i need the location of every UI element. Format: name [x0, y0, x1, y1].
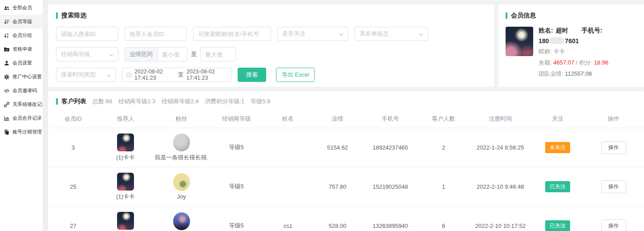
dealer-level-select[interactable]: 经销商等级	[56, 47, 118, 61]
table-row: 27 (1)卡卡 Lazy Cat 等级5 cs1 528.00 1326389…	[48, 206, 644, 231]
referrer-avatar	[117, 212, 134, 230]
sidebar-item-label: 会员合并记录	[12, 115, 42, 122]
referrer-name: (1)卡卡	[116, 193, 135, 201]
row-action-button[interactable]: 操作	[601, 180, 626, 193]
cell-customer-count: 2	[418, 128, 469, 167]
date-start: 2022-08-02 17:41:23	[134, 69, 175, 81]
referrer-avatar	[117, 173, 134, 190]
sidebar-item-merge-log[interactable]: 会员合并记录	[0, 111, 43, 125]
cell-customer-count: 1	[418, 167, 469, 206]
time-type-select[interactable]: 搜索时间类型	[56, 68, 116, 82]
cell-register-time: 2022-1-24 8:56:25	[469, 128, 532, 167]
search-button[interactable]: 搜索	[238, 68, 266, 82]
col-referrer: 推荐人	[98, 110, 153, 128]
col-register-time: 注册时间	[469, 110, 532, 128]
date-range-picker[interactable]: 2022-08-02 17:41:23 至 2023-08-02 17:41:2…	[122, 68, 231, 82]
title-accent-bar	[56, 12, 58, 19]
sidebar-item-label: 账号注销管理	[12, 129, 42, 135]
cell-performance: 757.80	[313, 167, 362, 206]
range-to-label: 至	[191, 50, 197, 58]
customer-list-summary: 总数:66 经销商等级1:3 经销商等级2:4 消费积分等级:1 等级5:9	[93, 97, 270, 105]
chevron-down-icon	[419, 31, 423, 37]
row-action-button[interactable]: 操作	[601, 219, 626, 231]
col-action: 操作	[583, 110, 644, 128]
follow-select[interactable]: 是否关注	[277, 27, 348, 41]
table-row: 3 (1)卡卡 我是一条很长很长很... 等级5 5154.62 1892423…	[48, 128, 644, 167]
row-action-button[interactable]: 操作	[601, 141, 626, 154]
export-excel-button[interactable]: 导出 Excel	[276, 68, 315, 82]
table-header-row: 会员ID 推荐人 粉丝 经销商等级 姓名 业绩 手机号 客户人数 注册时间 关注…	[48, 110, 644, 128]
referrer-avatar	[117, 134, 134, 151]
sidebar-item-promotion-settings[interactable]: 推广中心设置	[0, 70, 43, 84]
summary-points-level: 消费积分等级:1	[205, 97, 244, 105]
sidebar-item-all-members[interactable]: 全部会员	[0, 1, 43, 15]
cell-dealer-level: 等级5	[210, 128, 263, 167]
col-name: 姓名	[263, 110, 313, 128]
col-member-id: 会员ID	[48, 110, 98, 128]
sidebar-item-label: 会员邀请码	[12, 87, 37, 94]
sidebar-item-member-groups[interactable]: AZ 会员分组	[0, 28, 43, 42]
sidebar-item-label: 会员等级	[12, 18, 32, 25]
member-points: 18.96	[594, 59, 608, 66]
col-customer-count: 客户人数	[418, 110, 469, 128]
sidebar: 全部会员 会员等级 AZ 会员分组 资格申请 会员设置 推广中心设置 会员邀请码	[0, 0, 43, 231]
code-icon	[4, 88, 10, 94]
cell-performance: 528.00	[313, 206, 362, 231]
cell-register-time: 2022-2-10 9:46:48	[469, 167, 532, 206]
member-phone: 1807601	[539, 37, 579, 45]
member-avatar	[506, 27, 533, 56]
follow-status-badge: 已关注	[545, 181, 570, 192]
gear-icon	[4, 74, 10, 80]
name-label: 姓名:	[539, 27, 553, 35]
team-label: 团队业绩:	[539, 70, 563, 77]
chevron-down-icon	[106, 72, 111, 78]
filter-title: 搜索筛选	[56, 12, 486, 20]
performance-range-group: 业绩区间	[125, 47, 187, 61]
team-performance: 112557.08	[565, 70, 592, 77]
range-max-input[interactable]	[200, 47, 236, 61]
title-accent-bar	[506, 12, 507, 19]
date-separator: 至	[178, 71, 184, 79]
sidebar-item-qualification[interactable]: 资格申请	[0, 42, 43, 56]
sidebar-item-invite-code[interactable]: 会员邀请码	[0, 84, 43, 97]
svg-text:Z: Z	[7, 36, 8, 38]
fan-avatar	[173, 134, 190, 151]
title-accent-bar	[56, 98, 58, 105]
member-info-title: 会员信息	[506, 12, 638, 20]
summary-dealer2: 经销商等级2:4	[162, 97, 198, 105]
cell-customer-count: 6	[418, 206, 469, 231]
cell-phone: 15219025048	[362, 167, 419, 206]
follow-status-badge: 已关注	[545, 220, 570, 231]
search-id-input[interactable]	[56, 27, 118, 41]
sidebar-item-member-level[interactable]: 会员等级	[0, 15, 43, 28]
sidebar-item-member-settings[interactable]: 会员设置	[0, 56, 43, 70]
cell-name	[263, 167, 313, 206]
summary-level5: 等级5:9	[251, 97, 270, 105]
sidebar-item-label: 全部会员	[12, 4, 32, 11]
sidebar-item-relation-log[interactable]: 关系链修改记录	[0, 97, 43, 111]
member-name: 超时	[556, 27, 568, 35]
keyword-input[interactable]	[193, 27, 271, 41]
sidebar-item-account-cancel[interactable]: 账号注销管理	[0, 125, 43, 139]
search-filter-panel: 搜索筛选 是否关注 黑名单状态	[48, 4, 494, 87]
cell-register-time: 2022-2-10 10:17:52	[469, 206, 532, 231]
blacklist-select[interactable]: 黑名单状态	[355, 27, 428, 41]
sidebar-item-label: 会员设置	[12, 60, 32, 66]
cell-name	[263, 128, 313, 167]
range-min-input[interactable]	[158, 48, 187, 61]
cell-phone: 13263895940	[362, 206, 419, 231]
member-balance: 4657.07	[553, 59, 574, 66]
fan-name: Joy	[177, 193, 186, 200]
referrer-id-input[interactable]	[125, 27, 187, 41]
fan-avatar	[173, 212, 190, 230]
table-row: 25 (1)卡卡 Joy 等级5 757.80 15219025048 1 20…	[48, 167, 644, 206]
file-copy-icon	[4, 129, 10, 135]
sidebar-item-label: 推广中心设置	[12, 73, 42, 80]
cell-member-id: 27	[48, 206, 98, 231]
phone-label: 手机号:	[582, 27, 603, 35]
col-dealer-level: 经销商等级	[210, 110, 263, 128]
cell-phone: 18924237465	[362, 128, 419, 167]
referrer-name: (1)卡卡	[116, 154, 135, 162]
cell-dealer-level: 等级5	[210, 206, 263, 231]
customer-table: 会员ID 推荐人 粉丝 经销商等级 姓名 业绩 手机号 客户人数 注册时间 关注…	[48, 110, 644, 231]
